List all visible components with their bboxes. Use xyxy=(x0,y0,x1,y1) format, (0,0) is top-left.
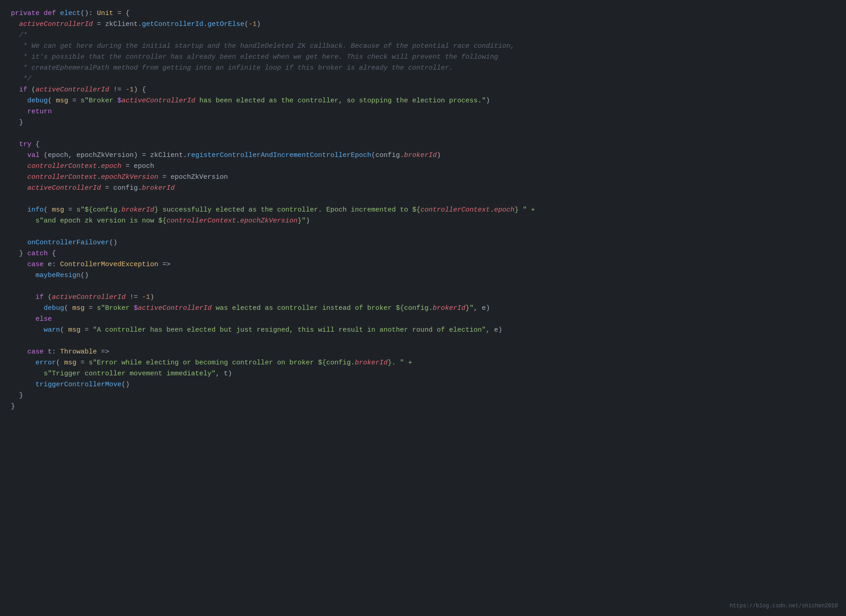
line-blank-5 xyxy=(11,336,835,347)
line-2: activeControllerId = zkClient.getControl… xyxy=(11,19,835,30)
line-7: */ xyxy=(11,74,835,85)
line-6: * createEphemeralPath method from gettin… xyxy=(11,63,835,74)
line-16: controllerContext.epochZkVersion = epoch… xyxy=(11,172,835,183)
line-36: } xyxy=(11,390,835,401)
line-9: debug( msg = s"Broker $activeControllerI… xyxy=(11,96,835,106)
line-blank-3 xyxy=(11,227,835,237)
line-28: debug( msg = s"Broker $activeControllerI… xyxy=(11,303,835,314)
line-10: return xyxy=(11,106,835,117)
line-33: error( msg = s"Error while electing or b… xyxy=(11,358,835,369)
line-3: /* xyxy=(11,30,835,41)
watermark: https://blog.csdn.net/shichen2010 xyxy=(730,602,838,611)
line-20: s"and epoch zk version is now ${controll… xyxy=(11,216,835,227)
line-11: } xyxy=(11,117,835,128)
line-19: info( msg = s"${config.brokerId} success… xyxy=(11,205,835,216)
line-blank-2 xyxy=(11,194,835,205)
line-24: case e: ControllerMovedException => xyxy=(11,259,835,270)
line-35: triggerControllerMove() xyxy=(11,379,835,390)
line-34: s"Trigger controller movement immediatel… xyxy=(11,369,835,379)
line-29: else xyxy=(11,314,835,325)
line-30: warn( msg = "A controller has been elect… xyxy=(11,325,835,336)
line-13: try { xyxy=(11,139,835,150)
code-content: private def elect(): Unit = { activeCont… xyxy=(11,8,835,412)
line-27: if (activeControllerId != -1) xyxy=(11,292,835,303)
line-32: case t: Throwable => xyxy=(11,347,835,358)
line-37: } xyxy=(11,401,835,412)
line-8: if (activeControllerId != -1) { xyxy=(11,85,835,96)
line-15: controllerContext.epoch = epoch xyxy=(11,161,835,172)
line-1: private def elect(): Unit = { xyxy=(11,8,835,19)
line-25: maybeResign() xyxy=(11,270,835,281)
line-23: } catch { xyxy=(11,248,835,259)
line-4: * We can get here during the initial sta… xyxy=(11,41,835,52)
line-22: onControllerFailover() xyxy=(11,237,835,248)
line-5: * it's possible that the controller has … xyxy=(11,52,835,63)
line-blank-1 xyxy=(11,128,835,139)
line-blank-4 xyxy=(11,281,835,292)
line-17: activeControllerId = config.brokerId xyxy=(11,183,835,194)
line-14: val (epoch, epochZkVersion) = zkClient.r… xyxy=(11,150,835,161)
